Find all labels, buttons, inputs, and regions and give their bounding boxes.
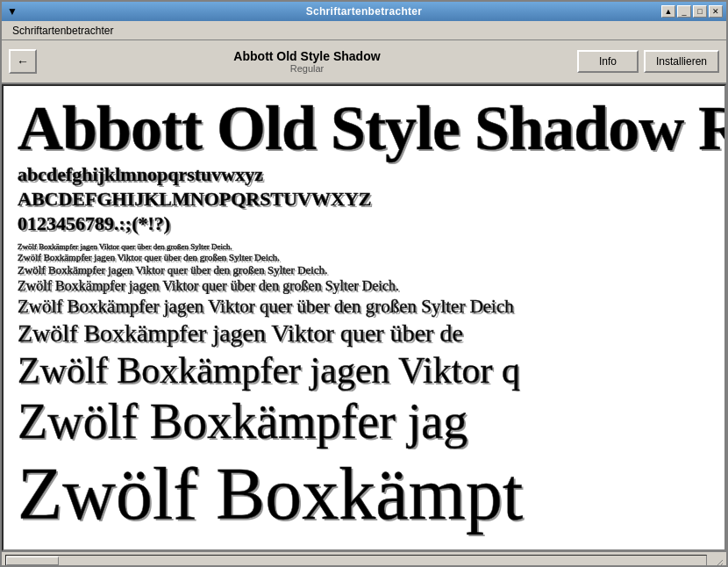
action-buttons: Info Installieren xyxy=(577,50,719,73)
app-menu-item[interactable]: Schriftartenbetrachter xyxy=(5,23,120,39)
maximize-button[interactable]: □ xyxy=(693,5,707,18)
preview-sample-8: Zwölf Boxkämpfer jagen Viktor quer über … xyxy=(18,242,710,251)
preview-sample-18: Zwölf Boxkämpfer jagen Viktor quer über … xyxy=(18,296,710,318)
preview-title: Abbott Old Style Shadow Regula xyxy=(18,97,710,160)
titlebar-title: Schriftartenbetrachter xyxy=(306,5,423,18)
menubar: Schriftartenbetrachter xyxy=(2,21,726,40)
back-button[interactable]: ← xyxy=(9,49,37,74)
horizontal-scrollbar[interactable] xyxy=(5,555,707,567)
preview-sample-12: Zwölf Boxkämpfer jagen Viktor quer über … xyxy=(18,263,710,277)
font-preview-content: Abbott Old Style Shadow Regula abcdefghi… xyxy=(4,86,724,549)
scrollbar-thumb[interactable] xyxy=(6,556,59,565)
preview-sample-36: Zwölf Boxkämpfer jagen Viktor q xyxy=(18,349,710,391)
preview-uppercase: ABCDEFGHIJKLMNOPQRSTUVWXYZ xyxy=(18,188,710,211)
app-icon: ▼ xyxy=(7,5,18,18)
toolbar: ← Abbott Old Style Shadow Regular Info I… xyxy=(2,40,726,84)
preview-sample-48: Zwölf Boxkämpfer jag xyxy=(18,393,710,449)
preview-sample-10: Zwölf Boxkämpfer jagen Viktor quer über … xyxy=(18,252,710,262)
titlebar: ▼ Schriftartenbetrachter ▲ _ □ ✕ xyxy=(2,2,726,21)
resize-grip[interactable] xyxy=(710,555,723,567)
shade-button[interactable]: ▲ xyxy=(661,5,675,18)
svg-line-1 xyxy=(719,563,723,567)
preview-lowercase: abcdefghijklmnopqrstuvwxyz xyxy=(18,163,710,186)
svg-line-0 xyxy=(716,560,723,567)
info-button[interactable]: Info xyxy=(577,50,639,73)
font-name-label: Abbott Old Style Shadow xyxy=(233,49,380,63)
preview-numbers: 0123456789.:;(*!?) xyxy=(18,212,710,235)
window-controls: ▲ _ □ ✕ xyxy=(661,5,723,18)
minimize-button[interactable]: _ xyxy=(677,5,691,18)
font-style-label: Regular xyxy=(290,63,325,74)
close-button[interactable]: ✕ xyxy=(709,5,723,18)
preview-sample-24: Zwölf Boxkämpfer jagen Viktor quer über … xyxy=(18,319,710,348)
preview-sample-14: Zwölf Boxkämpfer jagen Viktor quer über … xyxy=(18,278,710,294)
install-button[interactable]: Installieren xyxy=(644,50,719,73)
statusbar xyxy=(2,551,726,567)
font-preview-area: Abbott Old Style Shadow Regula abcdefghi… xyxy=(2,84,726,551)
font-info: Abbott Old Style Shadow Regular xyxy=(47,49,567,74)
preview-sample-72: Zwölf Boxkämpt xyxy=(18,451,710,536)
